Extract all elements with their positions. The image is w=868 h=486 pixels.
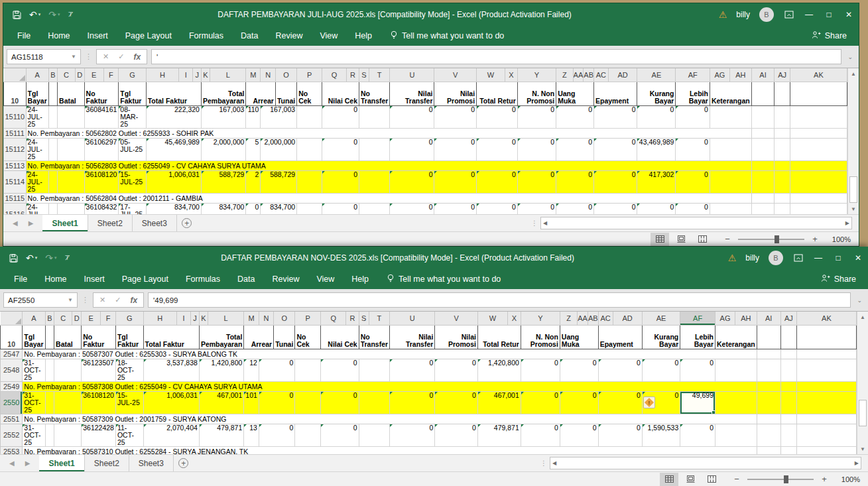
zoom-slider-thumb[interactable] (775, 235, 779, 243)
column-header-X[interactable]: X (508, 312, 521, 325)
column-header-H[interactable]: H (146, 68, 179, 82)
column-header-F[interactable]: F (103, 68, 119, 82)
cell-empty[interactable] (48, 105, 57, 128)
header-cell[interactable]: Tunai (274, 325, 295, 349)
cell-empty[interactable] (796, 359, 856, 381)
row-header[interactable]: 15112 (4, 138, 27, 160)
cell-arrear[interactable]: 0 (246, 203, 261, 214)
column-header-AA[interactable]: AA (578, 312, 588, 325)
column-header-AK[interactable]: AK (796, 312, 856, 325)
cell-no_transfer[interactable] (359, 105, 390, 128)
header-cell[interactable]: Epayment (593, 82, 637, 105)
user-name[interactable]: billy (732, 10, 754, 19)
cell-batal[interactable] (58, 170, 85, 193)
scroll-up-icon[interactable]: ▲ (857, 312, 868, 322)
tab-formulas[interactable]: Formulas (177, 270, 229, 288)
cell-empty[interactable] (757, 391, 780, 414)
cell-total_faktur[interactable]: 1,006,031 (146, 170, 201, 193)
cell-empty[interactable] (796, 424, 856, 446)
column-header-AB[interactable]: AB (584, 68, 594, 82)
cell-lebih_bayar[interactable]: 49,699 (680, 391, 715, 414)
cell-total_retur[interactable]: 467,001 (477, 391, 521, 414)
cell-uang_muka[interactable]: 0 (560, 424, 598, 446)
cell-batal[interactable] (58, 203, 85, 214)
horizontal-scrollbar[interactable]: ◀▶ (540, 217, 852, 229)
cell-empty[interactable] (790, 203, 847, 214)
name-box[interactable]: AG15118▼ (7, 49, 81, 64)
column-header-M[interactable]: M (246, 68, 261, 82)
column-header-AH[interactable]: AH (730, 68, 752, 82)
redo-button[interactable]: ↷▾ (46, 10, 62, 19)
redo-button[interactable]: ↷▾ (42, 253, 59, 263)
cell-nilai_cek[interactable]: 0 (322, 105, 359, 128)
tab-page-layout[interactable]: Page Layout (113, 270, 177, 288)
empty-cell[interactable] (780, 349, 796, 359)
header-cell[interactable]: Tgl Bayar (23, 325, 45, 349)
cell-empty[interactable] (775, 203, 790, 214)
cell-tgl_faktur[interactable]: 15-JUL-25 (115, 391, 143, 414)
payment-info-cell[interactable]: No. Pembayaran : 50587309 Outlet : 20017… (23, 414, 757, 424)
cell-tgl_faktur[interactable]: 18-OCT-25 (115, 359, 143, 381)
cell-keterangan[interactable] (710, 105, 751, 128)
cell-total_faktur[interactable]: 834,700 (146, 203, 201, 214)
column-header-T[interactable]: T (369, 68, 389, 82)
column-header-E[interactable]: E (84, 68, 103, 82)
empty-cell[interactable] (780, 446, 796, 454)
empty-cell[interactable] (790, 128, 847, 138)
row-header[interactable]: 10 (4, 82, 27, 105)
empty-cell[interactable] (775, 193, 790, 203)
sheet-tab-sheet1[interactable]: Sheet1 (42, 215, 88, 231)
cell-nilai_cek[interactable]: 0 (321, 359, 359, 381)
cell-uang_muka[interactable]: 0 (560, 391, 598, 414)
tab-formulas[interactable]: Formulas (180, 27, 232, 45)
cell-arrear[interactable]: 101 (244, 391, 259, 414)
cell-date[interactable]: 24-JUL-25 (26, 170, 48, 193)
cell-epayment[interactable]: 0 (593, 203, 637, 214)
cell-total_faktur[interactable]: 3,537,838 (143, 359, 199, 381)
payment-info-cell[interactable]: No. Pembayaran : 50587308 Outlet : 62550… (23, 381, 757, 391)
column-header-L[interactable]: L (210, 68, 246, 82)
header-cell[interactable]: Total Faktur (143, 325, 199, 349)
column-header-U[interactable]: U (390, 312, 435, 325)
column-header-B[interactable]: B (45, 312, 54, 325)
header-cell[interactable]: No Cek (295, 325, 321, 349)
cancel-entry-icon[interactable]: ✕ (99, 296, 105, 304)
zoom-slider[interactable] (738, 239, 804, 240)
row-header[interactable]: 2552 (1, 424, 23, 446)
column-header-F[interactable]: F (101, 312, 116, 325)
cell-tunai[interactable]: 588,729 (261, 170, 297, 193)
cell-faktur[interactable]: 36106297 (84, 138, 119, 160)
column-header-G[interactable]: G (115, 312, 143, 325)
sheet-tab-sheet3[interactable]: Sheet3 (133, 215, 177, 231)
column-header-B[interactable]: B (48, 68, 57, 82)
header-cell[interactable]: Arrear (246, 82, 276, 105)
cell-arrear[interactable]: 110 (246, 105, 261, 128)
column-header-R[interactable]: R (347, 68, 359, 82)
cell-no_transfer[interactable] (359, 424, 389, 446)
cell-n_non_promosi[interactable]: 0 (517, 105, 556, 128)
column-header-D[interactable]: D (75, 68, 84, 82)
tab-review[interactable]: Review (263, 270, 308, 288)
cell-n_non_promosi[interactable]: 0 (517, 170, 556, 193)
header-cell[interactable]: No Transfer (359, 325, 389, 349)
cell-no_cek[interactable] (295, 424, 321, 446)
header-cell[interactable]: Batal (54, 325, 82, 349)
cell-empty[interactable] (790, 170, 847, 193)
maximize-button[interactable]: □ (828, 247, 848, 269)
cell-lebih_bayar[interactable]: 0 (676, 203, 710, 214)
vertical-scrollbar[interactable]: ▲ ▼ (847, 68, 859, 214)
cell-total_faktur[interactable]: 222,320 (146, 105, 201, 128)
column-header-AF[interactable]: AF (680, 312, 715, 325)
page-break-view-icon[interactable] (693, 233, 712, 246)
column-header-I[interactable]: I (176, 312, 190, 325)
header-cell[interactable]: Arrear (244, 325, 274, 349)
tab-view[interactable]: View (308, 270, 343, 288)
cell-pembayaran[interactable]: 167,003 (201, 105, 245, 128)
column-header-P[interactable]: P (297, 68, 322, 82)
cell-nilai_transfer[interactable]: 0 (390, 359, 435, 381)
cell-no_cek[interactable] (295, 359, 321, 381)
cell-tunai[interactable]: 0 (259, 391, 295, 414)
scroll-right-icon[interactable]: ▶ (845, 220, 849, 226)
column-header-AJ[interactable]: AJ (775, 68, 790, 82)
column-header-Y[interactable]: Y (517, 68, 556, 82)
